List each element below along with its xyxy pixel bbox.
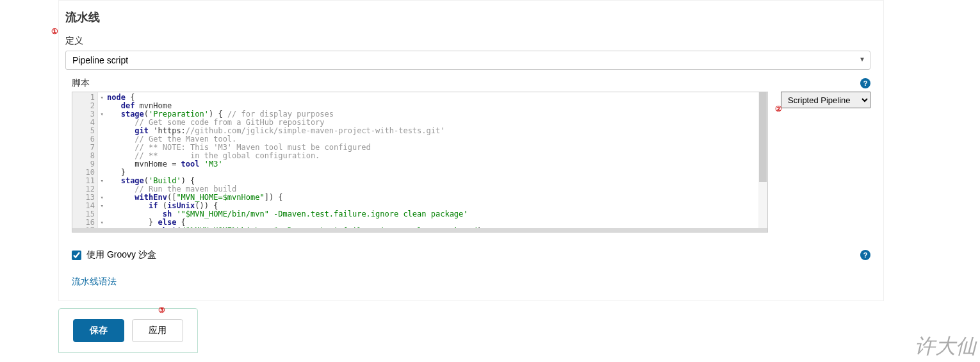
script-editor[interactable]: 1234567891011121314151617 node { def mvn… (72, 92, 768, 233)
script-header-row: 脚本 ? (72, 78, 870, 89)
help-icon[interactable]: ? (860, 250, 870, 260)
editor-code[interactable]: node { def mvnHome stage('Preparation') … (98, 92, 767, 232)
definition-label: 定义 (65, 35, 870, 47)
editor-vscrollbar[interactable] (758, 92, 767, 232)
annotation-3: ③ (158, 306, 165, 315)
sandbox-checkbox[interactable] (72, 251, 81, 260)
section-title: 流水线 (65, 10, 870, 25)
annotation-1: ① (51, 27, 58, 36)
editor-gutter: 1234567891011121314151617 (72, 92, 98, 232)
definition-select-wrap: Pipeline script (65, 51, 870, 70)
sandbox-label: 使用 Groovy 沙盒 (86, 249, 156, 261)
template-select-wrap: Scripted Pipeline (781, 92, 870, 233)
template-select[interactable]: Scripted Pipeline (781, 92, 870, 108)
script-label: 脚本 (72, 78, 90, 89)
scrollbar-thumb[interactable] (759, 92, 767, 182)
editor-hscrollbar[interactable] (72, 228, 767, 232)
help-icon[interactable]: ? (860, 78, 870, 88)
pipeline-syntax-link[interactable]: 流水线语法 (72, 276, 117, 288)
annotation-2: ② (775, 104, 782, 113)
definition-select[interactable]: Pipeline script (65, 51, 870, 70)
sandbox-label-wrap[interactable]: 使用 Groovy 沙盒 (72, 249, 156, 261)
pipeline-section: 流水线 定义 Pipeline script 脚本 ? 123456789101… (58, 0, 884, 301)
button-bar: 保存 应用 (58, 308, 198, 353)
watermark: 许大仙 (915, 333, 976, 361)
apply-button[interactable]: 应用 (132, 319, 183, 342)
sandbox-row: 使用 Groovy 沙盒 ? (72, 249, 870, 261)
save-button[interactable]: 保存 (73, 319, 124, 342)
